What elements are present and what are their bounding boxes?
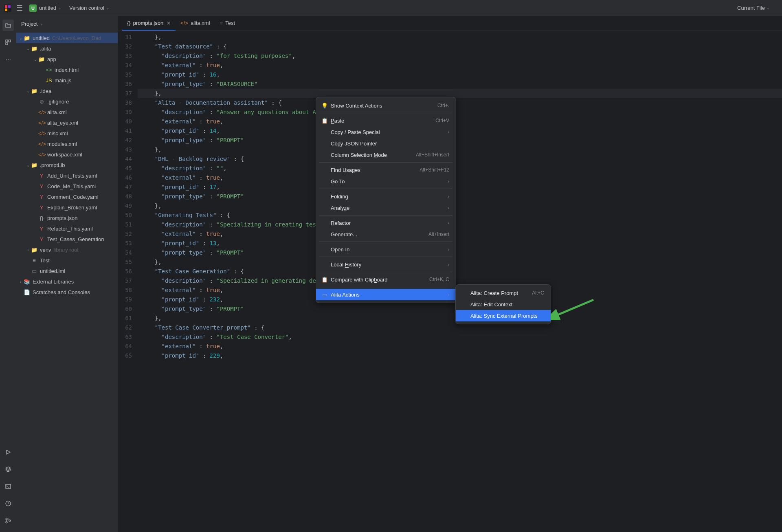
menu-item[interactable]: Generate...Alt+Insert <box>316 229 456 240</box>
editor-area: {}prompts.json✕ </>alita.xml ≡Test 31323… <box>118 16 782 532</box>
xml-icon: </> <box>180 20 188 26</box>
menu-item[interactable]: Copy / Paste Special› <box>316 126 456 138</box>
menu-item[interactable]: 📋PasteCtrl+V <box>316 115 456 126</box>
problems-tool-button[interactable] <box>2 498 14 509</box>
svg-point-11 <box>6 521 7 523</box>
tree-file-mainjs[interactable]: JSmain.js <box>16 75 118 86</box>
menu-item[interactable]: ▭Alita Actions› <box>316 289 456 300</box>
svg-point-10 <box>6 518 7 520</box>
vcs-tool-button[interactable] <box>2 515 14 526</box>
chevron-down-icon: ⌄ <box>58 6 61 10</box>
terminal-tool-button[interactable] <box>2 481 14 492</box>
tree-file-test[interactable]: ≡Test <box>16 255 118 266</box>
tree-file-misc[interactable]: </>misc.xml <box>16 128 118 138</box>
tree-file-refactor[interactable]: YRefactor_This.yaml <box>16 223 118 234</box>
text-icon: ≡ <box>220 20 223 26</box>
tree-folder-alita[interactable]: ⌄📁.alita <box>16 43 118 54</box>
code-lines: }, "Test_datasource" : { "description" :… <box>138 31 782 532</box>
menu-item[interactable]: Go To› <box>316 176 456 187</box>
tree-root[interactable]: ⌄📁untitledC:\Users\Levon_Dad <box>16 33 118 43</box>
menu-item[interactable]: Open In› <box>316 244 456 255</box>
layers-tool-button[interactable] <box>2 464 14 475</box>
svg-rect-8 <box>6 484 11 488</box>
context-menu: 💡Show Context ActionsCtrl+.📋PasteCtrl+VC… <box>316 97 456 303</box>
project-panel-header[interactable]: Project⌄ <box>16 16 118 31</box>
ide-logo-icon <box>4 4 11 12</box>
menu-item[interactable]: Refactor› <box>316 217 456 229</box>
menu-item[interactable]: 📋Compare with ClipboardCtrl+K, C <box>316 274 456 285</box>
menu-item[interactable]: Alita: Sync External Prompts <box>456 310 551 321</box>
more-tool-button[interactable]: ⋯ <box>2 54 14 65</box>
tree-file-alitaxml[interactable]: </>alita.xml <box>16 107 118 117</box>
svg-rect-1 <box>5 5 7 8</box>
project-badge: U <box>29 4 37 12</box>
menu-item[interactable]: Local History› <box>316 259 456 270</box>
tree-folder-idea[interactable]: ⌄📁.idea <box>16 86 118 96</box>
run-tool-button[interactable] <box>2 446 14 458</box>
svg-rect-3 <box>5 9 7 11</box>
json-icon: {} <box>127 20 131 26</box>
tree-folder-promptlib[interactable]: ⌄📁.promptLib <box>16 160 118 170</box>
current-file-dropdown[interactable]: Current File⌄ <box>737 5 770 11</box>
gutter: 3132333435363738394041424344454647484950… <box>118 31 138 532</box>
tab-test[interactable]: ≡Test <box>215 16 240 31</box>
tab-promptsjson[interactable]: {}prompts.json✕ <box>122 16 176 31</box>
menu-item[interactable]: Alita: Create PromptAlt+C <box>456 287 551 299</box>
menu-item[interactable]: Copy JSON Pointer <box>316 138 456 149</box>
vcs-dropdown[interactable]: Version control⌄ <box>69 5 109 11</box>
tree-external-libraries[interactable]: ›📚External Libraries <box>16 276 118 287</box>
project-panel: Project⌄ ⌄📁untitledC:\Users\Levon_Dad ⌄📁… <box>16 16 118 532</box>
svg-rect-4 <box>6 40 8 42</box>
chevron-down-icon: ⌄ <box>40 22 43 26</box>
tree-folder-app[interactable]: ⌄📁app <box>16 54 118 64</box>
tree-file-addunit[interactable]: YAdd_Unit_Tests.yaml <box>16 170 118 181</box>
tree-file-explain[interactable]: YExplain_Broken.yaml <box>16 202 118 213</box>
chevron-down-icon: ⌄ <box>767 6 770 10</box>
tree-file-comment[interactable]: YComment_Code.yaml <box>16 191 118 202</box>
tab-alitaxml[interactable]: </>alita.xml <box>176 16 215 31</box>
svg-rect-5 <box>9 40 11 42</box>
svg-marker-7 <box>7 450 10 454</box>
editor-tabs: {}prompts.json✕ </>alita.xml ≡Test <box>118 16 782 31</box>
tree-file-iml[interactable]: ▭untitled.iml <box>16 266 118 276</box>
tree-scratches[interactable]: 📄Scratches and Consoles <box>16 287 118 297</box>
tree-file-promptsjson[interactable]: {}prompts.json <box>16 213 118 223</box>
structure-tool-button[interactable] <box>2 37 14 48</box>
project-tool-button[interactable] <box>2 20 14 31</box>
tree-file-gitignore[interactable]: ⊘.gitignore <box>16 96 118 107</box>
tree-file-workspace[interactable]: </>workspace.xml <box>16 149 118 160</box>
chevron-down-icon: ⌄ <box>106 6 109 10</box>
svg-rect-2 <box>8 5 11 8</box>
hamburger-menu-icon[interactable]: ☰ <box>16 4 23 13</box>
tree-file-alitaeye[interactable]: </>alita_eye.xml <box>16 117 118 128</box>
menu-item[interactable]: Folding› <box>316 191 456 202</box>
close-icon[interactable]: ✕ <box>167 20 171 26</box>
left-toolbar: ⋯ <box>0 16 16 532</box>
context-submenu-alita: Alita: Create PromptAlt+CAlita: Edit Con… <box>455 284 551 324</box>
tree-file-testcases[interactable]: YTest_Cases_Generation <box>16 234 118 244</box>
titlebar: ☰ U untitled⌄ Version control⌄ Current F… <box>0 0 782 16</box>
tree-folder-venv[interactable]: ›📁venvlibrary root <box>16 244 118 255</box>
project-dropdown[interactable]: untitled⌄ <box>39 5 61 11</box>
menu-item[interactable]: Column Selection ModeAlt+Shift+Insert <box>316 149 456 160</box>
menu-item[interactable]: 💡Show Context ActionsCtrl+. <box>316 100 456 111</box>
project-tree: ⌄📁untitledC:\Users\Levon_Dad ⌄📁.alita ⌄📁… <box>16 31 118 532</box>
tree-file-modules[interactable]: </>modules.xml <box>16 138 118 149</box>
menu-item[interactable]: Find UsagesAlt+Shift+F12 <box>316 164 456 176</box>
tree-file-codeme[interactable]: YCode_Me_This.yaml <box>16 181 118 191</box>
menu-item[interactable]: Analyze› <box>316 202 456 213</box>
tree-file-index[interactable]: <>index.html <box>16 64 118 75</box>
svg-rect-6 <box>6 43 8 45</box>
menu-item[interactable]: Alita: Edit Context <box>456 299 551 310</box>
